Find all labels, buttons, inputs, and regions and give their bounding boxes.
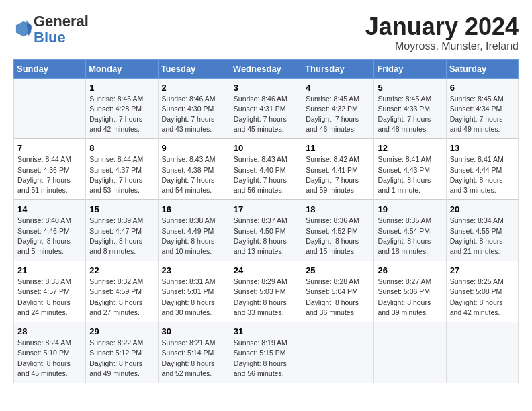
calendar-cell: 21Sunrise: 8:33 AM Sunset: 4:57 PM Dayli… [14,261,86,322]
calendar-cell: 31Sunrise: 8:19 AM Sunset: 5:15 PM Dayli… [230,322,302,383]
calendar-cell: 2Sunrise: 8:46 AM Sunset: 4:30 PM Daylig… [158,78,230,139]
day-info: Sunrise: 8:45 AM Sunset: 4:34 PM Dayligh… [450,94,515,135]
day-number: 14 [17,204,82,214]
day-number: 28 [17,326,82,336]
day-info: Sunrise: 8:46 AM Sunset: 4:30 PM Dayligh… [162,94,226,135]
calendar-table: SundayMondayTuesdayWednesdayThursdayFrid… [13,59,519,383]
day-number: 20 [450,204,515,214]
day-info: Sunrise: 8:37 AM Sunset: 4:50 PM Dayligh… [234,216,298,257]
calendar-cell: 4Sunrise: 8:45 AM Sunset: 4:32 PM Daylig… [302,78,374,139]
day-info: Sunrise: 8:46 AM Sunset: 4:28 PM Dayligh… [89,94,154,135]
calendar-cell: 20Sunrise: 8:34 AM Sunset: 4:55 PM Dayli… [446,200,518,261]
calendar-cell [302,322,374,383]
calendar-cell: 26Sunrise: 8:27 AM Sunset: 5:06 PM Dayli… [374,261,446,322]
calendar-cell: 12Sunrise: 8:41 AM Sunset: 4:43 PM Dayli… [374,139,446,200]
day-info: Sunrise: 8:46 AM Sunset: 4:31 PM Dayligh… [234,94,298,135]
calendar-cell: 30Sunrise: 8:21 AM Sunset: 5:14 PM Dayli… [158,322,230,383]
day-info: Sunrise: 8:44 AM Sunset: 4:36 PM Dayligh… [17,154,82,195]
calendar-cell: 1Sunrise: 8:46 AM Sunset: 4:28 PM Daylig… [86,78,158,139]
day-info: Sunrise: 8:19 AM Sunset: 5:15 PM Dayligh… [234,338,298,379]
day-info: Sunrise: 8:22 AM Sunset: 5:12 PM Dayligh… [89,338,154,379]
calendar-cell: 24Sunrise: 8:29 AM Sunset: 5:03 PM Dayli… [230,261,302,322]
day-number: 15 [89,204,154,214]
calendar-cell: 23Sunrise: 8:31 AM Sunset: 5:01 PM Dayli… [158,261,230,322]
calendar-header-saturday: Saturday [446,59,518,78]
day-number: 17 [234,204,298,214]
calendar-cell: 3Sunrise: 8:46 AM Sunset: 4:31 PM Daylig… [230,78,302,139]
day-info: Sunrise: 8:43 AM Sunset: 4:38 PM Dayligh… [162,154,226,195]
calendar-cell: 15Sunrise: 8:39 AM Sunset: 4:47 PM Dayli… [86,200,158,261]
calendar-cell [374,322,446,383]
day-number: 31 [234,326,298,336]
day-number: 21 [17,265,82,275]
calendar-header-tuesday: Tuesday [158,59,230,78]
day-number: 23 [162,265,226,275]
calendar-week-row: 7Sunrise: 8:44 AM Sunset: 4:36 PM Daylig… [14,139,519,200]
day-info: Sunrise: 8:41 AM Sunset: 4:44 PM Dayligh… [450,154,515,195]
day-info: Sunrise: 8:33 AM Sunset: 4:57 PM Dayligh… [17,277,82,318]
day-number: 7 [17,143,82,153]
calendar-cell: 7Sunrise: 8:44 AM Sunset: 4:36 PM Daylig… [14,139,86,200]
day-number: 12 [378,143,442,153]
calendar-header-wednesday: Wednesday [230,59,302,78]
calendar-header-row: SundayMondayTuesdayWednesdayThursdayFrid… [14,59,519,78]
day-info: Sunrise: 8:35 AM Sunset: 4:54 PM Dayligh… [378,216,442,257]
calendar-cell: 16Sunrise: 8:38 AM Sunset: 4:49 PM Dayli… [158,200,230,261]
page-header: General Blue January 2024 Moyross, Munst… [13,13,519,52]
calendar-cell [446,322,518,383]
day-number: 13 [450,143,515,153]
day-number: 22 [89,265,154,275]
day-info: Sunrise: 8:34 AM Sunset: 4:55 PM Dayligh… [450,216,515,257]
day-number: 5 [378,83,442,93]
calendar-week-row: 21Sunrise: 8:33 AM Sunset: 4:57 PM Dayli… [14,261,519,322]
day-number: 10 [234,143,298,153]
month-title: January 2024 [365,13,519,40]
calendar-header-thursday: Thursday [302,59,374,78]
day-number: 26 [378,265,442,275]
day-info: Sunrise: 8:24 AM Sunset: 5:10 PM Dayligh… [17,338,82,379]
logo-text: General Blue [34,13,89,46]
day-info: Sunrise: 8:31 AM Sunset: 5:01 PM Dayligh… [162,277,226,318]
calendar-header-monday: Monday [86,59,158,78]
day-number: 29 [89,326,154,336]
calendar-cell: 5Sunrise: 8:45 AM Sunset: 4:33 PM Daylig… [374,78,446,139]
day-info: Sunrise: 8:27 AM Sunset: 5:06 PM Dayligh… [378,277,442,318]
logo-icon [15,19,34,38]
day-number: 1 [89,83,154,93]
day-number: 25 [306,265,370,275]
calendar-cell: 8Sunrise: 8:44 AM Sunset: 4:37 PM Daylig… [86,139,158,200]
calendar-header-sunday: Sunday [14,59,86,78]
calendar-cell: 14Sunrise: 8:40 AM Sunset: 4:46 PM Dayli… [14,200,86,261]
day-number: 11 [306,143,370,153]
calendar-cell: 27Sunrise: 8:25 AM Sunset: 5:08 PM Dayli… [446,261,518,322]
calendar-week-row: 14Sunrise: 8:40 AM Sunset: 4:46 PM Dayli… [14,200,519,261]
day-number: 9 [162,143,226,153]
day-info: Sunrise: 8:45 AM Sunset: 4:32 PM Dayligh… [306,94,370,135]
day-number: 6 [450,83,515,93]
calendar-cell: 18Sunrise: 8:36 AM Sunset: 4:52 PM Dayli… [302,200,374,261]
day-number: 18 [306,204,370,214]
day-info: Sunrise: 8:32 AM Sunset: 4:59 PM Dayligh… [89,277,154,318]
day-info: Sunrise: 8:42 AM Sunset: 4:41 PM Dayligh… [306,154,370,195]
day-number: 16 [162,204,226,214]
calendar-week-row: 28Sunrise: 8:24 AM Sunset: 5:10 PM Dayli… [14,322,519,383]
day-info: Sunrise: 8:21 AM Sunset: 5:14 PM Dayligh… [162,338,226,379]
day-number: 19 [378,204,442,214]
day-info: Sunrise: 8:43 AM Sunset: 4:40 PM Dayligh… [234,154,298,195]
day-info: Sunrise: 8:29 AM Sunset: 5:03 PM Dayligh… [234,277,298,318]
calendar-cell: 19Sunrise: 8:35 AM Sunset: 4:54 PM Dayli… [374,200,446,261]
calendar-cell: 17Sunrise: 8:37 AM Sunset: 4:50 PM Dayli… [230,200,302,261]
day-number: 24 [234,265,298,275]
title-area: January 2024 Moyross, Munster, Ireland [365,13,519,52]
calendar-cell: 28Sunrise: 8:24 AM Sunset: 5:10 PM Dayli… [14,322,86,383]
calendar-week-row: 1Sunrise: 8:46 AM Sunset: 4:28 PM Daylig… [14,78,519,139]
location-subtitle: Moyross, Munster, Ireland [365,40,519,52]
day-info: Sunrise: 8:39 AM Sunset: 4:47 PM Dayligh… [89,216,154,257]
calendar-header-friday: Friday [374,59,446,78]
calendar-cell: 25Sunrise: 8:28 AM Sunset: 5:04 PM Dayli… [302,261,374,322]
day-number: 2 [162,83,226,93]
day-info: Sunrise: 8:28 AM Sunset: 5:04 PM Dayligh… [306,277,370,318]
day-number: 3 [234,83,298,93]
day-info: Sunrise: 8:40 AM Sunset: 4:46 PM Dayligh… [17,216,82,257]
calendar-cell: 9Sunrise: 8:43 AM Sunset: 4:38 PM Daylig… [158,139,230,200]
